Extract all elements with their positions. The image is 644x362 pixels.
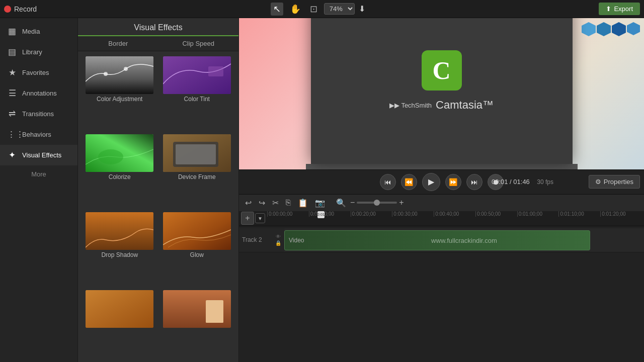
effect-colorize[interactable]: Colorize — [83, 134, 156, 208]
effect-thumb-glow — [163, 212, 231, 250]
ruler-mark-8: 0:01:20;00 — [600, 211, 642, 217]
track-lock-button[interactable]: 🔒 — [275, 240, 281, 246]
track-label: Track 2 👁 🔒 — [239, 228, 284, 252]
hand-tool-button[interactable]: ✋ — [287, 3, 303, 16]
record-dot — [4, 6, 11, 13]
gear-icon: ⚙ — [595, 178, 601, 186]
zoom-out-button[interactable]: − — [350, 198, 355, 207]
export-button[interactable]: ⬆ Export — [599, 3, 640, 15]
properties-label: Properties — [604, 178, 633, 186]
ruler-mark-7: 0:01:10;00 — [558, 211, 600, 217]
pointer-tool-button[interactable]: ↖ — [271, 3, 283, 16]
effect-name-color-adjustment: Color Adjustment — [97, 96, 142, 103]
redo-button[interactable]: ↪ — [257, 197, 267, 209]
sidebar-item-behaviors[interactable]: ⋮⋮ Behaviors — [0, 124, 77, 145]
camtasia-wordmark: ▶▶ TechSmith Camtasia™ — [389, 99, 494, 112]
effect-device-frame[interactable]: Device Frame — [160, 134, 234, 208]
effect-more1[interactable] — [83, 290, 156, 357]
sidebar-label-transitions: Transitions — [22, 110, 54, 118]
snapshot-button[interactable]: 📷 — [313, 197, 327, 209]
record-button[interactable]: Record — [4, 5, 37, 13]
playhead-marker: 0:00:01;13 — [317, 211, 325, 218]
visual-effects-icon: ✦ — [7, 150, 17, 160]
track-name: Track 2 — [242, 236, 262, 243]
frame-forward-button[interactable]: ⏩ — [445, 174, 461, 190]
svg-point-6 — [98, 149, 123, 164]
sidebar-item-annotations[interactable]: ☰ Annotations — [0, 83, 77, 104]
effect-thumb-colorize — [86, 134, 153, 172]
export-icon: ⬆ — [606, 5, 611, 13]
effect-glow[interactable]: Glow — [160, 212, 234, 286]
timeline-header: + ▼ 0:00:01;13 0:00:00;00 0:00:10;00 0:0… — [239, 211, 644, 226]
svg-rect-9 — [176, 144, 216, 164]
frame-back-button[interactable]: ⏪ — [401, 174, 417, 190]
sidebar-item-library[interactable]: ▤ Library — [0, 42, 77, 62]
undo-button[interactable]: ↩ — [243, 197, 254, 209]
timeline-tracks: Track 2 👁 🔒 Video www.fullcrackindir.com — [239, 226, 644, 252]
zoom-in-icon[interactable]: 🔍 — [334, 197, 348, 209]
zoom-slider[interactable] — [357, 202, 397, 204]
laptop-base — [306, 164, 578, 169]
media-icon: ▦ — [7, 26, 17, 37]
effect-name-glow: Glow — [190, 251, 204, 258]
effect-thumb-device-frame — [163, 134, 231, 172]
tab-clip-speed[interactable]: Clip Speed — [158, 36, 239, 51]
track-content[interactable]: Video www.fullcrackindir.com — [284, 228, 644, 252]
effect-more2[interactable] — [160, 290, 234, 357]
sidebar-item-transitions[interactable]: ⇌ Transitions — [0, 104, 77, 124]
cut-button[interactable]: ✂ — [270, 197, 281, 209]
ruler-mark-5: 0:00:50;00 — [475, 211, 517, 217]
sidebar-label-annotations: Annotations — [22, 89, 57, 97]
hexagon-overlay — [582, 22, 640, 36]
properties-button[interactable]: ⚙ Properties — [589, 175, 640, 189]
effects-grid: Color Adjustment Color Tint — [78, 51, 238, 362]
sidebar-label-behaviors: Behaviors — [22, 131, 51, 138]
step-back-button[interactable]: ⏮ — [380, 174, 396, 190]
collapse-track-button[interactable]: ▼ — [255, 213, 265, 223]
copy-button[interactable]: ⎘ — [284, 197, 293, 208]
annotations-icon: ☰ — [7, 88, 17, 99]
sidebar-item-favorites[interactable]: ★ Favorites — [0, 62, 77, 83]
step-forward-button[interactable]: ⏭ — [466, 174, 482, 190]
topbar-center: ↖ ✋ ⊡ 74% ⬇ — [271, 3, 365, 16]
clip-label: Video — [289, 237, 304, 244]
playback-controls: ⏮ ⏪ ▶ ⏩ ⏭ ⏺ 00:01 / 01:46 30 fps ⚙ Prope… — [239, 169, 644, 194]
add-track-button[interactable]: + — [241, 212, 254, 225]
video-clip[interactable]: Video — [284, 230, 590, 250]
svg-point-2 — [124, 67, 128, 71]
ruler-mark-0: 0:00:00;00 — [267, 211, 309, 217]
svg-rect-12 — [86, 290, 153, 328]
sidebar-item-visual-effects[interactable]: ✦ Visual Effects — [0, 145, 77, 165]
download-button[interactable]: ⬇ — [359, 4, 365, 14]
hex3 — [612, 22, 626, 36]
edit-toolbar: ↩ ↪ ✂ ⎘ 📋 📷 🔍 − + — [239, 194, 644, 211]
effect-color-adjustment[interactable]: Color Adjustment — [83, 56, 156, 130]
paste-button[interactable]: 📋 — [296, 197, 310, 209]
sidebar-label-media: Media — [22, 28, 40, 35]
crop-tool-button[interactable]: ⊡ — [307, 3, 320, 16]
track-controls: 👁 🔒 — [275, 234, 281, 246]
sidebar-more-button[interactable]: More — [0, 167, 77, 181]
effect-drop-shadow[interactable]: Drop Shadow — [83, 212, 156, 286]
topbar-left: Record — [4, 5, 37, 13]
zoom-in-button[interactable]: + — [399, 198, 404, 207]
hex2 — [597, 22, 611, 36]
export-label: Export — [614, 5, 633, 13]
svg-rect-14 — [206, 300, 223, 323]
svg-point-1 — [104, 72, 108, 76]
transitions-icon: ⇌ — [7, 109, 17, 119]
camtasia-logo-icon: C — [422, 50, 462, 90]
sidebar-label-library: Library — [22, 48, 42, 56]
effect-name-colorize: Colorize — [109, 173, 131, 180]
behaviors-icon: ⋮⋮ — [7, 129, 17, 140]
zoom-select[interactable]: 74% — [324, 3, 355, 15]
tab-border[interactable]: Border — [78, 36, 158, 51]
play-button[interactable]: ▶ — [422, 173, 440, 191]
effect-color-tint[interactable]: Color Tint — [160, 56, 234, 130]
sidebar-item-media[interactable]: ▦ Media — [0, 21, 77, 42]
effect-thumb-color-adjustment — [86, 56, 153, 94]
record-label: Record — [14, 5, 37, 13]
track-visibility-button[interactable]: 👁 — [276, 234, 281, 239]
ruler-mark-6: 0:01:00;00 — [517, 211, 559, 217]
current-time: 00:01 / 01:46 — [492, 178, 530, 186]
